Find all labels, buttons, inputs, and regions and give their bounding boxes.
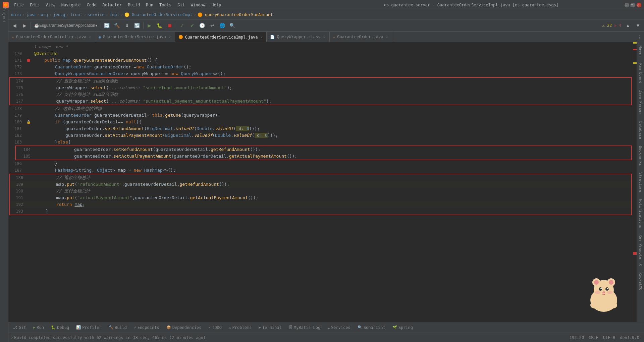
breadcrumb-java[interactable]: java	[26, 12, 36, 17]
menu-run[interactable]: Run	[143, 2, 156, 8]
tab-close-button[interactable]: ✕	[385, 35, 388, 39]
translate-button[interactable]: 🌐	[218, 21, 227, 30]
git-history[interactable]: 🕐	[198, 21, 207, 30]
menu-navigate[interactable]: Navigate	[59, 2, 84, 8]
menu-git[interactable]: Git	[175, 2, 187, 8]
endpoints-tool-button[interactable]: ⚡ Endpoints	[130, 324, 163, 331]
code-editor[interactable]: 1 usage new * 170 @Override 171 public M…	[8, 42, 632, 322]
dependencies-tool-button[interactable]: 📦 Dependencies	[163, 324, 205, 331]
breadcrumb: main › java › org › jeecg › front › serv…	[8, 10, 644, 19]
run-tool-button[interactable]: ▶ Run	[30, 324, 47, 331]
breadcrumb-front[interactable]: front	[70, 12, 83, 17]
tab-query-wrapper[interactable]: 📄 QueryWrapper.class ✕	[267, 32, 329, 42]
close-button[interactable]: ✕	[637, 3, 641, 7]
tab-close-button[interactable]: ✕	[323, 35, 326, 39]
terminal-tool-button[interactable]: ▶ Terminal	[255, 324, 285, 331]
menu-file[interactable]: File	[11, 2, 26, 8]
mybatis-icon: 🗄	[289, 325, 292, 330]
reload-button[interactable]: 🔃	[132, 21, 142, 30]
breakpoint-171[interactable]	[27, 59, 30, 62]
todo-tool-button[interactable]: ✓ TODO	[205, 324, 225, 331]
tab-guarantee-order[interactable]: ☕ GuaranteeOrder.java ✕	[330, 32, 392, 42]
build-tool-button[interactable]: 🔨 Build	[105, 324, 130, 331]
debug-tool-button[interactable]: 🐛 Debug	[48, 324, 72, 331]
breadcrumb-impl[interactable]: impl	[110, 12, 119, 17]
menu-code[interactable]: Code	[84, 2, 99, 8]
window-title: es-guarantee-server - GuaranteeOrderServ…	[318, 3, 625, 7]
menu-build[interactable]: Build	[125, 2, 143, 8]
interface-icon: ◉	[99, 35, 101, 39]
minimize-button[interactable]: ─	[625, 3, 629, 7]
warning-marker	[633, 42, 637, 44]
right-side-panels: Maven Kan Board Java Parser Database Boo…	[637, 42, 644, 322]
tab-close-button[interactable]: ✕	[88, 35, 92, 39]
impl-icon: 🟠	[178, 35, 183, 39]
bookmarks-panel[interactable]: Bookmarks	[638, 144, 643, 168]
menu-edit[interactable]: Edit	[27, 2, 42, 8]
java-version-indicator[interactable]: dev1.0.0	[618, 335, 641, 341]
stop-button[interactable]: ⏹	[165, 21, 174, 30]
sync-button[interactable]: 🔄	[102, 21, 112, 30]
tab-guarantee-service-impl[interactable]: 🟠 GuaranteeOrderServiceImpl.java ✕	[175, 32, 267, 42]
maven-panel[interactable]: Maven	[638, 44, 643, 59]
structure-panel[interactable]: Structure	[638, 170, 643, 194]
breadcrumb-main[interactable]: main	[11, 12, 21, 17]
forward-button[interactable]: ▶	[20, 21, 29, 30]
search-button[interactable]: 🔍	[228, 21, 237, 30]
breadcrumb-service[interactable]: service	[88, 12, 105, 17]
menu-tools[interactable]: Tools	[157, 2, 174, 8]
git-tool-button[interactable]: ⎇ Git	[10, 324, 30, 331]
profiler-tool-button[interactable]: 📊 Profiler	[73, 324, 105, 331]
menu-refactor[interactable]: Refactor	[100, 2, 124, 8]
scroll-down-button[interactable]: ▼	[633, 21, 643, 30]
menu-help[interactable]: Help	[209, 2, 224, 8]
run-button[interactable]: ▶	[145, 21, 154, 30]
tab-close-button[interactable]: ✕	[260, 35, 263, 39]
fold-icon-180[interactable]: 🔒	[26, 119, 31, 125]
build-button[interactable]: 🔨	[112, 21, 122, 30]
breadcrumb-org[interactable]: org	[41, 12, 48, 17]
run-label: Run	[37, 325, 44, 330]
back-button[interactable]: ◀	[10, 21, 19, 30]
sonar-label: SonarLint	[364, 325, 385, 330]
git-commit-check[interactable]: ✓	[177, 21, 187, 30]
tabs-menu-button[interactable]: ⋮	[635, 33, 644, 42]
mybatis-log-tool-button[interactable]: 🗄 MyBatis Log	[285, 324, 324, 331]
update-button[interactable]: ⬇	[122, 21, 132, 30]
tab-label: GuaranteeOrderController.java	[16, 35, 87, 39]
git-icon: ⎇	[13, 325, 17, 330]
database-panel[interactable]: Database	[638, 119, 643, 141]
code-line-172: 172 GuaranteeOrder guaranteeOrder =new G…	[8, 64, 632, 70]
debug-button[interactable]: 🐛	[155, 21, 164, 30]
services-tool-button[interactable]: ☁ Services	[324, 324, 354, 331]
rocketmq-panel[interactable]: RocketMQ	[638, 271, 643, 292]
breadcrumb-jeecg[interactable]: jeecg	[53, 12, 65, 17]
menu-view[interactable]: View	[43, 2, 58, 8]
kan-board-panel[interactable]: Kan Board	[638, 61, 643, 86]
problems-tool-button[interactable]: ⚠ Problems	[225, 324, 255, 331]
spring-tool-button[interactable]: 🌱 Spring	[389, 324, 416, 331]
project-panel-toggle[interactable]: Project	[1, 11, 7, 18]
tab-close-button[interactable]: ✕	[168, 35, 171, 39]
code-line-178: 178 // 这条订单信息的详情	[8, 105, 632, 112]
maximize-button[interactable]: □	[631, 3, 635, 7]
sonar-lint-tool-button[interactable]: 🔍 SonarLint	[354, 324, 389, 331]
git-push[interactable]: ✔	[187, 21, 197, 30]
run-config-dropdown[interactable]: ☕ EsguaranteeSystemApplication ▾	[32, 21, 99, 30]
line-separator[interactable]: CRLF	[587, 335, 600, 341]
tab-guarantee-service[interactable]: ◉ GuaranteeOrderService.java ✕	[95, 32, 175, 42]
cursor-position[interactable]: 192:20	[568, 335, 586, 341]
breadcrumb-method[interactable]: 🟠 queryGuaranteeOrderSumAmount	[198, 12, 273, 17]
key-promoter-panel[interactable]: Key Promoter X	[638, 233, 643, 268]
scroll-up-button[interactable]: ▲	[623, 21, 633, 30]
tab-guarantee-controller[interactable]: ☕ GuaranteeOrderController.java ✕	[8, 32, 95, 42]
content-area: main › java › org › jeecg › front › serv…	[8, 10, 644, 342]
code-line-186: 186 }	[8, 160, 632, 167]
notifications-panel[interactable]: Notifications	[638, 197, 643, 230]
encoding-indicator[interactable]: UTF-8	[601, 335, 617, 341]
titlebar: 🔶 File Edit View Navigate Code Refactor …	[0, 0, 644, 10]
menu-window[interactable]: Window	[188, 2, 208, 8]
java-parser-panel[interactable]: Java Parser	[638, 88, 643, 117]
breadcrumb-class[interactable]: 🟡 GuaranteeOrderServiceImpl	[124, 12, 193, 17]
git-rollback[interactable]: ↩	[208, 21, 217, 30]
